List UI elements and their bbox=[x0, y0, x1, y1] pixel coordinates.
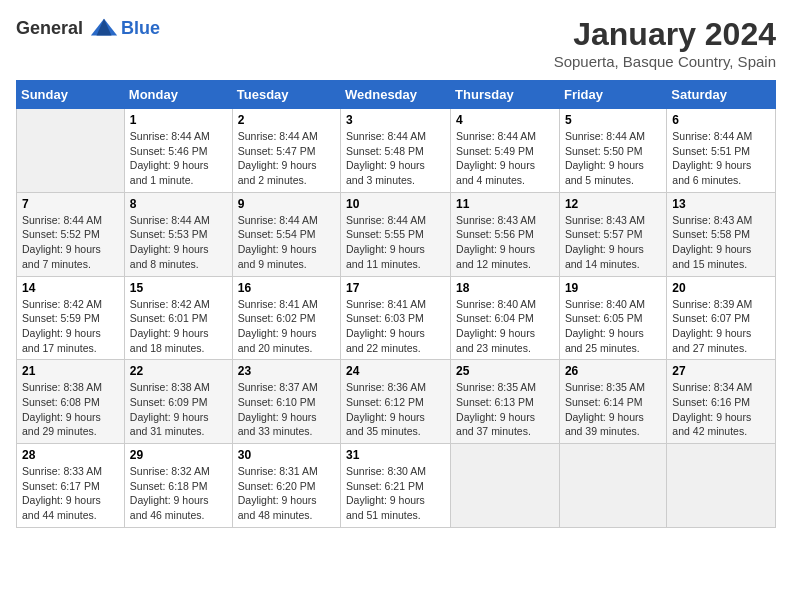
day-number: 29 bbox=[130, 448, 227, 462]
cell-line: and 39 minutes. bbox=[565, 425, 640, 437]
cell-line: Sunset: 5:52 PM bbox=[22, 228, 100, 240]
day-number: 11 bbox=[456, 197, 554, 211]
cell-line: Sunset: 6:13 PM bbox=[456, 396, 534, 408]
cell-line: Sunset: 5:47 PM bbox=[238, 145, 316, 157]
week-row-5: 28Sunrise: 8:33 AMSunset: 6:17 PMDayligh… bbox=[17, 444, 776, 528]
calendar-cell: 10Sunrise: 8:44 AMSunset: 5:55 PMDayligh… bbox=[341, 192, 451, 276]
cell-line: Sunset: 6:18 PM bbox=[130, 480, 208, 492]
calendar-cell: 30Sunrise: 8:31 AMSunset: 6:20 PMDayligh… bbox=[232, 444, 340, 528]
cell-line: Daylight: 9 hours bbox=[565, 411, 644, 423]
cell-line: and 14 minutes. bbox=[565, 258, 640, 270]
main-title: January 2024 bbox=[554, 16, 776, 53]
cell-line: Daylight: 9 hours bbox=[238, 411, 317, 423]
calendar-cell: 16Sunrise: 8:41 AMSunset: 6:02 PMDayligh… bbox=[232, 276, 340, 360]
cell-line: and 46 minutes. bbox=[130, 509, 205, 521]
day-number: 26 bbox=[565, 364, 661, 378]
cell-line: and 33 minutes. bbox=[238, 425, 313, 437]
cell-line: and 20 minutes. bbox=[238, 342, 313, 354]
cell-line: Daylight: 9 hours bbox=[238, 159, 317, 171]
cell-line: Sunrise: 8:32 AM bbox=[130, 465, 210, 477]
cell-line: Daylight: 9 hours bbox=[672, 327, 751, 339]
calendar-cell bbox=[451, 444, 560, 528]
calendar-cell: 4Sunrise: 8:44 AMSunset: 5:49 PMDaylight… bbox=[451, 109, 560, 193]
cell-line: Daylight: 9 hours bbox=[672, 411, 751, 423]
day-number: 9 bbox=[238, 197, 335, 211]
day-number: 25 bbox=[456, 364, 554, 378]
calendar-cell: 27Sunrise: 8:34 AMSunset: 6:16 PMDayligh… bbox=[667, 360, 776, 444]
day-number: 8 bbox=[130, 197, 227, 211]
title-section: January 2024 Sopuerta, Basque Country, S… bbox=[554, 16, 776, 70]
cell-line: Daylight: 9 hours bbox=[22, 494, 101, 506]
cell-line: Daylight: 9 hours bbox=[130, 494, 209, 506]
calendar-cell: 20Sunrise: 8:39 AMSunset: 6:07 PMDayligh… bbox=[667, 276, 776, 360]
cell-line: Daylight: 9 hours bbox=[456, 411, 535, 423]
cell-line: Sunrise: 8:38 AM bbox=[130, 381, 210, 393]
cell-line: Sunrise: 8:31 AM bbox=[238, 465, 318, 477]
cell-line: Daylight: 9 hours bbox=[346, 159, 425, 171]
cell-line: Sunrise: 8:44 AM bbox=[346, 130, 426, 142]
day-number: 7 bbox=[22, 197, 119, 211]
cell-line: Sunset: 6:21 PM bbox=[346, 480, 424, 492]
weekday-header-sunday: Sunday bbox=[17, 81, 125, 109]
cell-line: Sunrise: 8:44 AM bbox=[238, 214, 318, 226]
cell-line: Sunset: 5:53 PM bbox=[130, 228, 208, 240]
day-number: 30 bbox=[238, 448, 335, 462]
cell-line: and 18 minutes. bbox=[130, 342, 205, 354]
cell-line: Daylight: 9 hours bbox=[346, 494, 425, 506]
cell-line: Daylight: 9 hours bbox=[130, 243, 209, 255]
cell-line: Daylight: 9 hours bbox=[565, 327, 644, 339]
calendar-cell: 8Sunrise: 8:44 AMSunset: 5:53 PMDaylight… bbox=[124, 192, 232, 276]
cell-line: Sunset: 5:59 PM bbox=[22, 312, 100, 324]
cell-line: Sunset: 5:51 PM bbox=[672, 145, 750, 157]
header-row: SundayMondayTuesdayWednesdayThursdayFrid… bbox=[17, 81, 776, 109]
cell-line: and 31 minutes. bbox=[130, 425, 205, 437]
cell-line: Daylight: 9 hours bbox=[672, 159, 751, 171]
calendar-cell: 19Sunrise: 8:40 AMSunset: 6:05 PMDayligh… bbox=[559, 276, 666, 360]
calendar-cell: 15Sunrise: 8:42 AMSunset: 6:01 PMDayligh… bbox=[124, 276, 232, 360]
day-number: 3 bbox=[346, 113, 445, 127]
logo-icon bbox=[89, 16, 119, 40]
day-number: 21 bbox=[22, 364, 119, 378]
cell-line: Sunrise: 8:44 AM bbox=[565, 130, 645, 142]
cell-line: Sunrise: 8:42 AM bbox=[130, 298, 210, 310]
day-number: 27 bbox=[672, 364, 770, 378]
cell-line: and 22 minutes. bbox=[346, 342, 421, 354]
cell-line: Daylight: 9 hours bbox=[456, 159, 535, 171]
cell-line: Sunrise: 8:43 AM bbox=[565, 214, 645, 226]
cell-line: and 1 minute. bbox=[130, 174, 194, 186]
subtitle: Sopuerta, Basque Country, Spain bbox=[554, 53, 776, 70]
cell-line: and 9 minutes. bbox=[238, 258, 307, 270]
day-number: 10 bbox=[346, 197, 445, 211]
cell-line: Sunset: 6:04 PM bbox=[456, 312, 534, 324]
cell-line: Daylight: 9 hours bbox=[565, 243, 644, 255]
calendar-cell: 22Sunrise: 8:38 AMSunset: 6:09 PMDayligh… bbox=[124, 360, 232, 444]
day-number: 20 bbox=[672, 281, 770, 295]
day-number: 17 bbox=[346, 281, 445, 295]
calendar-cell: 12Sunrise: 8:43 AMSunset: 5:57 PMDayligh… bbox=[559, 192, 666, 276]
day-number: 19 bbox=[565, 281, 661, 295]
cell-line: Sunrise: 8:41 AM bbox=[346, 298, 426, 310]
cell-line: and 42 minutes. bbox=[672, 425, 747, 437]
day-number: 12 bbox=[565, 197, 661, 211]
cell-line: Daylight: 9 hours bbox=[672, 243, 751, 255]
cell-line: Sunrise: 8:33 AM bbox=[22, 465, 102, 477]
cell-line: Sunset: 6:05 PM bbox=[565, 312, 643, 324]
cell-line: Sunset: 5:56 PM bbox=[456, 228, 534, 240]
cell-line: Sunset: 6:14 PM bbox=[565, 396, 643, 408]
cell-line: Sunset: 6:02 PM bbox=[238, 312, 316, 324]
cell-line: Sunrise: 8:38 AM bbox=[22, 381, 102, 393]
calendar-cell: 17Sunrise: 8:41 AMSunset: 6:03 PMDayligh… bbox=[341, 276, 451, 360]
calendar-cell: 2Sunrise: 8:44 AMSunset: 5:47 PMDaylight… bbox=[232, 109, 340, 193]
cell-line: Sunset: 6:12 PM bbox=[346, 396, 424, 408]
cell-line: Daylight: 9 hours bbox=[565, 159, 644, 171]
day-number: 5 bbox=[565, 113, 661, 127]
cell-line: and 29 minutes. bbox=[22, 425, 97, 437]
logo: General Blue bbox=[16, 16, 160, 40]
calendar-cell: 5Sunrise: 8:44 AMSunset: 5:50 PMDaylight… bbox=[559, 109, 666, 193]
page-header: General Blue January 2024 Sopuerta, Basq… bbox=[16, 16, 776, 70]
calendar-cell: 18Sunrise: 8:40 AMSunset: 6:04 PMDayligh… bbox=[451, 276, 560, 360]
cell-line: Sunrise: 8:36 AM bbox=[346, 381, 426, 393]
day-number: 24 bbox=[346, 364, 445, 378]
cell-line: Sunrise: 8:44 AM bbox=[456, 130, 536, 142]
cell-line: Daylight: 9 hours bbox=[238, 327, 317, 339]
